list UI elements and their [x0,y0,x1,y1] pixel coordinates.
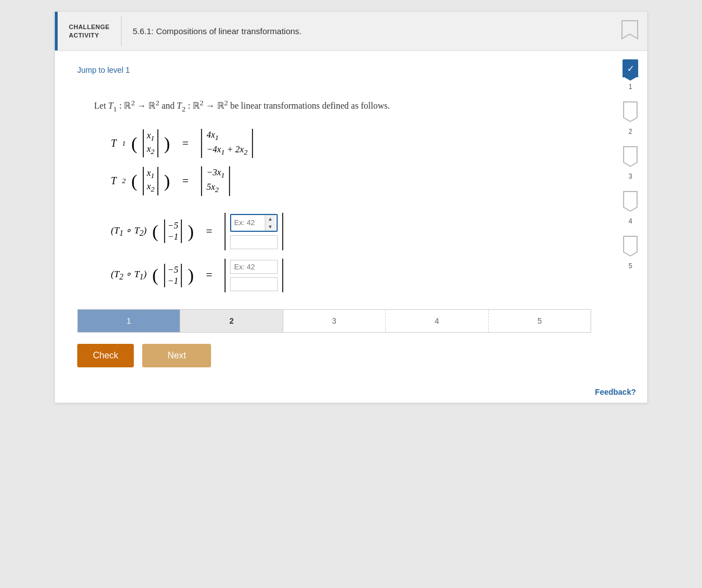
level-sidebar: ✓ 1 2 3 4 [614,51,647,379]
feedback-link[interactable]: Feedback? [595,388,636,396]
sidebar-num-3: 3 [629,172,633,180]
progress-bar: 1 2 3 4 5 [77,309,591,333]
sidebar-num-1: 1 [629,83,633,91]
spinner-up[interactable]: ▲ [265,215,275,223]
t2-definition: T2 ( x1 x2 ) = −3x1 5x2 [111,166,591,195]
badge-4 [623,190,638,212]
t1-compose-t2-row: (T1 ∘ T2) ( −5 −1 ) = ▲ ▼ [111,213,591,250]
t1-t2-top-input[interactable] [231,216,265,229]
content-area: Jump to level 1 Let T1 : ℝ2 → ℝ2 and T2 … [55,51,614,379]
sidebar-num-4: 4 [629,217,633,225]
t2-t1-top-input[interactable] [230,260,278,274]
sidebar-level-4[interactable]: 4 [623,190,638,225]
sidebar-num-5: 5 [629,262,633,270]
spinner-down[interactable]: ▼ [265,223,275,231]
challenge-activity-label: CHALLENGEACTIVITY [58,16,121,46]
challenge-label-text: CHALLENGEACTIVITY [69,23,110,39]
jump-to-level-link[interactable]: Jump to level 1 [77,66,130,74]
bookmark-icon [621,20,639,41]
check-button[interactable]: Check [77,344,134,367]
progress-item-5[interactable]: 5 [489,310,591,332]
t1-t2-top-input-wrapper[interactable]: ▲ ▼ [230,214,278,232]
progress-item-1[interactable]: 1 [78,310,180,332]
t1-definition: T1 ( x1 x2 ) = 4x1 −4x1 + 2x2 [111,129,591,158]
activity-title: 5.6.1: Compositions of linear transforma… [121,26,621,36]
progress-item-3[interactable]: 3 [283,310,386,332]
sidebar-level-5[interactable]: 5 [623,235,638,270]
badge-1: ✓ [623,59,638,77]
t1-t2-bottom-input[interactable] [230,235,278,249]
action-buttons: Check Next [77,344,591,367]
badge-3 [623,146,638,167]
t2-compose-t1-row: (T2 ∘ T1) ( −5 −1 ) = [111,259,591,292]
next-button[interactable]: Next [142,344,211,367]
t2-t1-bottom-input[interactable] [230,277,278,291]
check-icon: ✓ [624,60,637,76]
badge-2 [623,101,638,122]
sidebar-num-2: 2 [629,128,633,136]
progress-item-2[interactable]: 2 [180,310,283,332]
bookmark-container[interactable] [621,20,639,43]
header: CHALLENGEACTIVITY 5.6.1: Compositions of… [55,12,647,51]
progress-item-4[interactable]: 4 [386,310,488,332]
feedback-section: Feedback? [55,379,647,403]
main-content: Jump to level 1 Let T1 : ℝ2 → ℝ2 and T2 … [55,51,647,379]
spinner-t1-t2-top[interactable]: ▲ ▼ [265,215,275,231]
sidebar-level-2[interactable]: 2 [623,101,638,136]
sidebar-level-3[interactable]: 3 [623,146,638,180]
intro-paragraph: Let T1 : ℝ2 → ℝ2 and T2 : ℝ2 → ℝ2 be lin… [94,97,591,115]
sidebar-level-1[interactable]: ✓ 1 [623,59,638,91]
badge-5 [623,235,638,256]
